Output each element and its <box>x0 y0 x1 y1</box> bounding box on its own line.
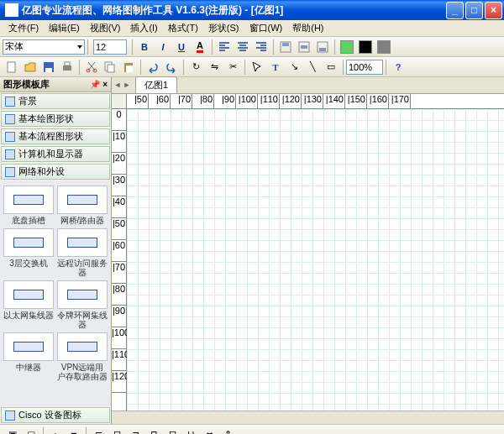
menu-edit[interactable]: 编辑(E) <box>44 20 85 36</box>
italic-button[interactable]: I <box>155 39 171 55</box>
connector-tool[interactable]: ↘ <box>286 59 302 76</box>
menu-insert[interactable]: 插入(I) <box>125 20 162 36</box>
menu-window[interactable]: 窗口(W) <box>244 20 288 36</box>
flip-h-button[interactable]: ⇋ <box>206 59 223 76</box>
redo-button[interactable] <box>163 59 180 76</box>
shape-item[interactable]: VPN远端用户存取路由器 <box>57 332 108 381</box>
valign-bottom-button[interactable] <box>314 39 331 55</box>
category-icon <box>5 149 15 159</box>
align-toolbar: ▣ ▢ ▲ ▼ ⊏ ⊟ ⊐ ⊓ ⊡ ⊔ ⇔ ⇕ <box>0 424 504 434</box>
category-label: Cisco 设备图标 <box>18 409 81 421</box>
category-icon <box>5 132 15 142</box>
align-left-obj-button[interactable]: ⊏ <box>90 426 107 435</box>
bring-front-button[interactable]: ▲ <box>47 426 64 435</box>
line-tool[interactable]: ╲ <box>304 59 321 76</box>
document-tab[interactable]: 亿图1 <box>135 76 177 93</box>
menu-file[interactable]: 文件(F) <box>3 20 44 36</box>
menu-help[interactable]: 帮助(H) <box>287 20 328 36</box>
save-button[interactable] <box>40 59 57 76</box>
chevron-down-icon <box>77 45 82 49</box>
distribute-v-button[interactable]: ⇕ <box>219 426 236 435</box>
shape-item[interactable]: 令牌环网集线器 <box>57 280 108 329</box>
send-back-button[interactable]: ▼ <box>66 426 82 435</box>
bold-button[interactable]: B <box>136 39 153 55</box>
rotate-button[interactable]: ↻ <box>187 59 204 76</box>
canvas-grid <box>127 109 504 410</box>
line-color-button[interactable] <box>357 39 374 55</box>
category-item[interactable]: Cisco 设备图标 <box>1 407 110 423</box>
text-tool[interactable]: T <box>267 59 284 76</box>
menu-bar: 文件(F) 编辑(E) 视图(V) 插入(I) 格式(T) 形状(S) 窗口(W… <box>0 20 504 37</box>
cut-button[interactable] <box>83 59 100 76</box>
distribute-h-button[interactable]: ⇔ <box>201 426 218 435</box>
align-bottom-obj-button[interactable]: ⊔ <box>182 426 199 435</box>
menu-shape[interactable]: 形状(S) <box>203 20 244 36</box>
help-button[interactable]: ? <box>390 59 407 76</box>
shape-tool[interactable]: ▭ <box>323 59 339 76</box>
font-color-button[interactable]: A <box>192 39 208 55</box>
fill-color-button[interactable] <box>339 39 355 55</box>
align-top-obj-button[interactable]: ⊓ <box>145 426 162 435</box>
open-button[interactable] <box>22 59 39 76</box>
close-button[interactable]: × <box>485 2 502 19</box>
align-left-button[interactable] <box>216 39 233 55</box>
category-item[interactable]: 基本流程图形状 <box>1 128 110 144</box>
category-label: 网络和外设 <box>18 165 65 178</box>
ungroup-button[interactable]: ▢ <box>23 426 39 435</box>
align-center-button[interactable] <box>234 39 251 55</box>
tab-prev-icon[interactable]: ◄ <box>113 79 122 91</box>
align-center-obj-button[interactable]: ⊟ <box>108 426 125 435</box>
zoom-select[interactable]: 100% <box>346 60 383 75</box>
category-icon <box>5 410 15 421</box>
svg-rect-6 <box>63 65 71 71</box>
horizontal-scrollbar[interactable] <box>112 410 504 424</box>
category-item[interactable]: 背景 <box>1 93 110 109</box>
undo-button[interactable] <box>144 59 161 76</box>
pointer-tool[interactable] <box>249 59 265 76</box>
font-size-select[interactable]: 12 <box>93 39 127 55</box>
shape-item[interactable]: 远程访问服务器 <box>57 228 108 277</box>
svg-rect-1 <box>299 42 309 52</box>
align-right-obj-button[interactable]: ⊐ <box>127 426 144 435</box>
valign-top-button[interactable] <box>277 39 294 55</box>
maximize-button[interactable]: □ <box>465 2 483 19</box>
app-icon <box>5 3 18 17</box>
menu-format[interactable]: 格式(T) <box>163 20 203 36</box>
category-icon <box>5 97 15 107</box>
new-button[interactable] <box>3 59 20 76</box>
category-item[interactable]: 基本绘图形状 <box>1 111 110 127</box>
crop-button[interactable]: ✂ <box>224 59 241 76</box>
shape-palette: 底盘插槽 网桥/路由器 3层交换机 远程访问服务器 以太网集线器 令牌环网集线器… <box>0 180 111 406</box>
pin-icon[interactable]: 📌 × <box>90 80 108 89</box>
shape-item[interactable]: 网桥/路由器 <box>57 186 108 225</box>
tab-nav: ◄ ► <box>113 79 131 91</box>
document-tabs: ◄ ► 亿图1 ◄ ▷ × <box>112 77 504 94</box>
category-label: 基本绘图形状 <box>18 112 74 125</box>
valign-middle-button[interactable] <box>296 39 312 55</box>
paste-button[interactable] <box>120 59 137 76</box>
minimize-button[interactable]: _ <box>446 2 464 19</box>
underline-button[interactable]: U <box>173 39 190 55</box>
font-select[interactable]: 宋体 <box>3 39 85 55</box>
group-button[interactable]: ▣ <box>4 426 21 435</box>
svg-rect-7 <box>65 62 70 65</box>
shape-item[interactable]: 以太网集线器 <box>3 280 54 329</box>
standard-toolbar: ↻ ⇋ ✂ T ↘ ╲ ▭ 100% ? <box>0 57 504 77</box>
menu-view[interactable]: 视图(V) <box>85 20 126 36</box>
tab-next-icon[interactable]: ► <box>123 79 131 91</box>
category-item[interactable]: 网络和外设 <box>1 164 110 180</box>
svg-rect-3 <box>8 62 15 72</box>
title-bar: 亿图专业流程图、网络图制作工具 V1.6.3(注册版) - [亿图1] _ □ … <box>0 0 504 20</box>
shape-item[interactable]: 中继器 <box>3 332 54 381</box>
shape-item[interactable]: 3层交换机 <box>3 228 54 277</box>
category-item[interactable]: 计算机和显示器 <box>1 146 110 162</box>
print-button[interactable] <box>59 59 76 76</box>
drawing-canvas[interactable] <box>127 109 504 410</box>
shadow-color-button[interactable] <box>375 39 392 55</box>
font-name-value: 宋体 <box>5 40 24 53</box>
align-middle-obj-button[interactable]: ⊡ <box>164 426 181 435</box>
shape-item[interactable]: 底盘插槽 <box>3 186 54 225</box>
copy-button[interactable] <box>102 59 118 76</box>
align-right-button[interactable] <box>253 39 270 55</box>
sidebar-title: 图形模板库 <box>3 78 50 91</box>
